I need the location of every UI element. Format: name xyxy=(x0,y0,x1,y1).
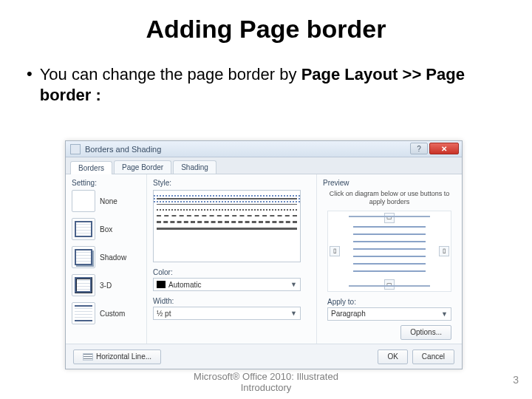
edge-bottom-icon xyxy=(349,285,430,287)
color-label: Color: xyxy=(153,268,310,276)
app-icon xyxy=(70,144,81,154)
apply-to-label: Apply to: xyxy=(327,298,451,306)
box-label: Box xyxy=(100,225,112,233)
setting-3d[interactable]: 3-D xyxy=(72,274,140,296)
setting-custom[interactable]: Custom xyxy=(72,302,140,324)
tab-page-border[interactable]: Page Border xyxy=(114,160,171,174)
page-number: 3 xyxy=(513,374,519,386)
border-right-toggle[interactable]: ▯ xyxy=(439,246,449,256)
style-solid-2[interactable] xyxy=(157,204,297,205)
horizontal-line-label: Horizontal Line... xyxy=(96,352,151,361)
shadow-icon xyxy=(72,246,95,268)
three-d-label: 3-D xyxy=(100,282,112,290)
width-combo[interactable]: ½ pt ▼ xyxy=(153,307,301,320)
setting-column: Setting: None Box Shadow 3-D Custom xyxy=(66,174,147,368)
style-dashed-2[interactable] xyxy=(157,221,297,223)
custom-label: Custom xyxy=(100,310,125,318)
dialog-footer: Horizontal Line... OK Cancel xyxy=(66,344,462,369)
dialog-title: Borders and Shading xyxy=(85,145,161,154)
footer-line1: Microsoft® Office 2010: Illustrated xyxy=(194,371,338,382)
custom-icon xyxy=(72,302,95,324)
bullet-prefix: You can change the page border by xyxy=(40,65,301,83)
bullet-marker: • xyxy=(27,64,33,105)
style-label: Style: xyxy=(153,179,310,187)
horizontal-line-button[interactable]: Horizontal Line... xyxy=(73,349,161,364)
setting-label: Setting: xyxy=(72,179,140,187)
setting-shadow[interactable]: Shadow xyxy=(72,246,140,268)
preview-diagram[interactable]: ▭ ▭ ▯ ▯ xyxy=(327,211,451,292)
style-thick[interactable] xyxy=(157,228,297,230)
borders-shading-dialog: Borders and Shading ? ✕ Borders Page Bor… xyxy=(65,140,463,369)
width-label: Width: xyxy=(153,297,310,305)
cancel-button[interactable]: Cancel xyxy=(412,349,454,364)
style-solid[interactable] xyxy=(157,198,297,200)
bullet-text: You can change the page border by Page L… xyxy=(40,64,483,105)
preview-hint: Click on diagram below or use buttons to… xyxy=(327,190,451,206)
preview-column: Preview Click on diagram below or use bu… xyxy=(317,174,462,368)
chevron-down-icon: ▼ xyxy=(441,310,448,318)
chevron-down-icon: ▼ xyxy=(290,310,297,317)
color-combo[interactable]: Automatic ▼ xyxy=(153,278,301,291)
ok-button[interactable]: OK xyxy=(378,349,407,364)
three-d-icon xyxy=(72,274,95,296)
slide-title: Adding Page border xyxy=(0,15,532,44)
options-button[interactable]: Options... xyxy=(400,325,451,340)
footer-caption: Microsoft® Office 2010: Illustrated Intr… xyxy=(0,371,532,393)
preview-page xyxy=(349,222,430,281)
bullet-item: • You can change the page border by Page… xyxy=(27,64,532,105)
apply-to-value: Paragraph xyxy=(331,310,366,318)
style-column: Style: Color: Automatic ▼ Width: ½ pt ▼ xyxy=(147,174,317,368)
tab-shading[interactable]: Shading xyxy=(173,160,216,174)
box-icon xyxy=(72,218,95,240)
horizontal-line-icon xyxy=(83,353,93,361)
none-label: None xyxy=(100,197,117,205)
style-list[interactable] xyxy=(153,190,301,262)
help-button[interactable]: ? xyxy=(410,143,428,154)
width-value: ½ pt xyxy=(157,310,171,318)
style-dotted[interactable] xyxy=(157,209,297,211)
border-bottom-toggle[interactable]: ▭ xyxy=(384,279,395,290)
preview-label: Preview xyxy=(323,179,456,187)
apply-to-combo[interactable]: Paragraph ▼ xyxy=(327,307,451,321)
setting-box[interactable]: Box xyxy=(72,218,140,240)
dialog-titlebar[interactable]: Borders and Shading ? ✕ xyxy=(66,141,462,157)
edge-top-icon xyxy=(349,216,430,217)
shadow-label: Shadow xyxy=(100,253,126,262)
none-icon xyxy=(72,190,95,212)
close-button[interactable]: ✕ xyxy=(429,143,459,154)
color-value: Automatic xyxy=(168,281,201,289)
tab-borders[interactable]: Borders xyxy=(70,161,112,174)
style-dashed[interactable] xyxy=(157,215,297,216)
setting-none[interactable]: None xyxy=(72,190,140,212)
preview-lines-icon xyxy=(353,226,426,276)
dialog-tabs: Borders Page Border Shading xyxy=(66,157,462,174)
footer-line2: Introductory xyxy=(241,382,292,393)
chevron-down-icon: ▼ xyxy=(290,281,297,288)
dialog-body: Setting: None Box Shadow 3-D Custom Styl… xyxy=(66,174,462,368)
color-swatch-icon xyxy=(157,281,166,288)
border-left-toggle[interactable]: ▯ xyxy=(330,246,340,256)
